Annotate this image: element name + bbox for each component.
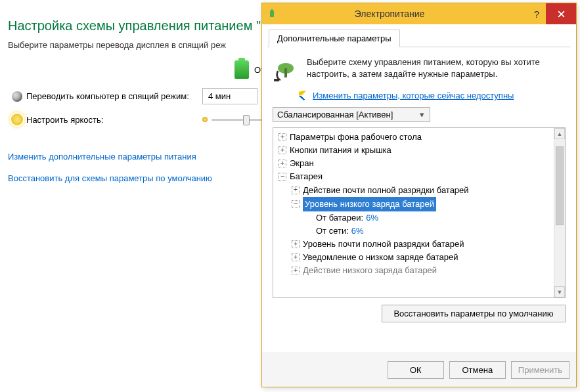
expand-icon[interactable]: +	[279, 133, 286, 141]
expand-icon[interactable]: +	[292, 186, 300, 194]
tree-node-low-level[interactable]: −Уровень низкого заряда батарей	[275, 197, 564, 211]
tree-leaf-plugged-in[interactable]: От сети:6%	[275, 225, 564, 238]
dialog-body: Дополнительные параметры Выберите схему …	[262, 24, 576, 353]
collapse-icon[interactable]: −	[292, 200, 300, 208]
tree-node-critical-level[interactable]: +Уровень почти полной разрядки батарей	[275, 238, 564, 251]
tree-node-display[interactable]: +Экран	[275, 157, 564, 170]
dialog-title: Электропитание	[278, 9, 527, 19]
svg-rect-0	[270, 11, 274, 17]
tree-node-critical-action[interactable]: +Действие почти полной разрядки батарей	[275, 184, 564, 197]
ok-button[interactable]: ОК	[388, 361, 444, 379]
scroll-down-button[interactable]: ▼	[554, 286, 565, 297]
expand-icon[interactable]: +	[279, 160, 286, 167]
scroll-thumb[interactable]	[556, 146, 564, 225]
tab-strip: Дополнительные параметры	[267, 30, 571, 47]
intro-text: Выберите схему управления питанием, кото…	[307, 56, 566, 83]
scroll-up-button[interactable]: ▲	[554, 128, 565, 139]
brightness-label: Настроить яркость:	[26, 115, 202, 125]
collapse-icon[interactable]: −	[279, 173, 286, 181]
tree-node-battery[interactable]: −Батарея	[275, 170, 564, 183]
help-button[interactable]: ?	[527, 9, 546, 20]
tree-node-desktop-bg[interactable]: +Параметры фона рабочего стола	[275, 131, 564, 144]
sleep-label: Переводить компьютер в спящий режим:	[26, 91, 202, 101]
restore-plan-defaults-button[interactable]: Восстановить параметры по умолчанию	[382, 305, 566, 322]
apply-button[interactable]: Применить	[511, 361, 569, 379]
sleep-timeout-combo[interactable]: 4 мин	[202, 88, 257, 104]
expand-icon[interactable]: +	[279, 146, 286, 154]
dialog-footer: ОК Отмена Применить	[262, 353, 576, 387]
dialog-titlebar[interactable]: Электропитание ?	[262, 3, 576, 24]
brightness-slider[interactable]	[202, 117, 268, 122]
tree-node-low-notification[interactable]: +Уведомление о низком заряде батарей	[275, 251, 564, 264]
sun-icon	[11, 114, 23, 125]
power-plan-icon	[273, 56, 299, 83]
intro-row: Выберите схему управления питанием, кото…	[267, 53, 571, 91]
brightness-low-icon	[202, 117, 208, 122]
expand-icon[interactable]: +	[292, 267, 300, 274]
tree-scrollbar[interactable]: ▲ ▼	[554, 128, 565, 297]
power-icon	[267, 9, 278, 19]
tree-leaf-on-battery[interactable]: От батареи:6%	[275, 211, 564, 225]
svg-rect-4	[274, 79, 279, 81]
tree-node-power-buttons[interactable]: +Кнопки питания и крышка	[275, 144, 564, 157]
svg-rect-1	[271, 9, 273, 11]
close-button[interactable]	[546, 3, 576, 24]
slider-thumb[interactable]	[243, 115, 250, 125]
tab-advanced[interactable]: Дополнительные параметры	[269, 30, 400, 47]
expand-icon[interactable]: +	[292, 253, 300, 261]
tree-node-low-action[interactable]: +Действие низкого заряда батарей	[275, 264, 564, 277]
cancel-button[interactable]: Отмена	[449, 361, 506, 379]
moon-icon	[12, 91, 22, 102]
svg-rect-3	[284, 68, 287, 77]
elevate-link-row: Изменить параметры, которые сейчас недос…	[267, 91, 571, 107]
power-options-dialog: Электропитание ? Дополнительные параметр…	[261, 3, 577, 387]
battery-icon	[234, 60, 249, 79]
uac-shield-icon	[299, 91, 309, 100]
power-plan-select[interactable]: Сбалансированная [Активен]	[273, 107, 430, 122]
expand-icon[interactable]: +	[292, 240, 300, 248]
settings-tree: +Параметры фона рабочего стола +Кнопки п…	[273, 127, 566, 298]
change-unavailable-link[interactable]: Изменить параметры, которые сейчас недос…	[313, 91, 514, 100]
